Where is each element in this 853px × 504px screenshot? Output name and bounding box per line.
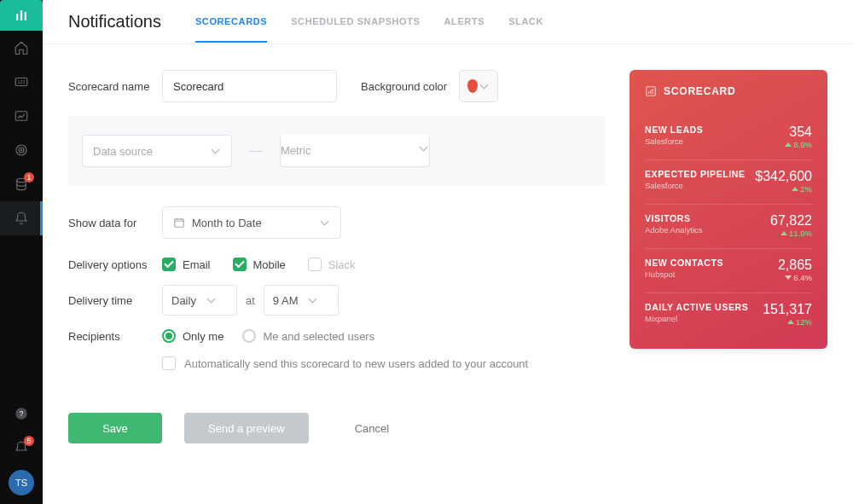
nav-goals[interactable] bbox=[0, 133, 43, 167]
chevron-down-icon bbox=[208, 296, 217, 304]
chevron-down-icon bbox=[322, 218, 330, 227]
metric-delta: 2% bbox=[792, 184, 812, 194]
delivery-frequency-select[interactable]: Daily bbox=[162, 285, 237, 316]
metric-name: NEW CONTACTS bbox=[645, 258, 723, 268]
svg-rect-14 bbox=[648, 91, 649, 94]
chevron-down-icon bbox=[481, 82, 490, 90]
delivery-options-label: Delivery options bbox=[68, 258, 162, 271]
svg-text:?: ? bbox=[20, 410, 24, 418]
data-source-select[interactable]: Data source bbox=[82, 135, 232, 167]
scorecard-name-label: Scorecard name bbox=[68, 80, 162, 93]
scorecard-name-input[interactable] bbox=[162, 70, 337, 102]
metric-name: EXPECTED PIPELINE bbox=[645, 169, 746, 179]
data-source-placeholder: Data source bbox=[93, 145, 153, 158]
recipients-label: Recipients bbox=[68, 330, 162, 343]
delta-up-icon bbox=[785, 142, 792, 147]
delta-up-icon bbox=[787, 320, 794, 324]
cancel-button[interactable]: Cancel bbox=[331, 413, 413, 443]
save-button[interactable]: Save bbox=[68, 413, 162, 443]
tabs: SCORECARDS SCHEDULED SNAPSHOTS ALERTS SL… bbox=[195, 1, 543, 43]
background-color-picker[interactable] bbox=[459, 70, 498, 102]
tab-slack[interactable]: SLACK bbox=[508, 1, 543, 43]
svg-rect-15 bbox=[650, 90, 651, 94]
metric-name: VISITORS bbox=[645, 213, 703, 223]
metric-select[interactable]: Metric bbox=[280, 135, 430, 167]
svg-rect-2 bbox=[25, 12, 26, 20]
metric-name: DAILY ACTIVE USERS bbox=[645, 302, 748, 312]
sidebar: 123 1 ? 5 TS bbox=[0, 0, 43, 504]
metric-source: Adobe Analytics bbox=[645, 225, 703, 235]
calendar-icon bbox=[173, 217, 185, 229]
nav-notifications[interactable] bbox=[0, 201, 43, 235]
metric-delta: 12% bbox=[787, 317, 812, 327]
scorecard-icon bbox=[645, 85, 657, 97]
nav-metrics[interactable]: 123 bbox=[0, 65, 43, 99]
show-data-for-value: Month to Date bbox=[192, 217, 262, 229]
delivery-time-at: at bbox=[246, 294, 255, 307]
metric-delta: 6.4% bbox=[785, 273, 812, 282]
svg-text:123: 123 bbox=[18, 79, 26, 84]
metric-name: NEW LEADS bbox=[645, 125, 703, 135]
svg-rect-16 bbox=[653, 89, 653, 94]
nav-data[interactable]: 1 bbox=[0, 167, 43, 201]
recipients-only-me-radio[interactable]: Only me bbox=[162, 329, 223, 343]
background-color-label: Background color bbox=[361, 80, 447, 93]
recipients-selected-users-radio[interactable]: Me and selected users bbox=[242, 329, 374, 343]
metric-value: $342,600 bbox=[755, 169, 812, 184]
app-logo[interactable] bbox=[0, 0, 43, 31]
auto-send-label: Automatically send this scorecard to new… bbox=[184, 357, 528, 370]
auto-send-checkbox[interactable] bbox=[162, 356, 176, 370]
svg-rect-5 bbox=[15, 112, 27, 121]
delta-up-icon bbox=[792, 187, 798, 191]
nav-data-badge: 1 bbox=[24, 172, 34, 182]
card-title: SCORECARD bbox=[664, 85, 736, 97]
chevron-down-icon bbox=[310, 296, 318, 304]
metric-row: DAILY ACTIVE USERS Mixpanel 151,317 12% bbox=[645, 293, 812, 337]
svg-rect-12 bbox=[175, 219, 184, 227]
chevron-down-icon bbox=[212, 147, 221, 155]
header: Notifications SCORECARDS SCHEDULED SNAPS… bbox=[43, 0, 853, 44]
delta-down-icon bbox=[785, 275, 792, 280]
nav-dashboards[interactable] bbox=[0, 99, 43, 133]
nav-alerts-badge: 5 bbox=[24, 436, 34, 446]
show-data-for-select[interactable]: Month to Date bbox=[162, 206, 341, 239]
metric-value: 151,317 bbox=[763, 302, 812, 317]
checkbox-icon bbox=[233, 258, 247, 271]
delivery-time-label: Delivery time bbox=[68, 294, 162, 307]
tab-scorecards[interactable]: SCORECARDS bbox=[195, 1, 267, 43]
nav-help[interactable]: ? bbox=[0, 397, 43, 431]
page-title: Notifications bbox=[68, 12, 161, 32]
delivery-mobile-checkbox[interactable]: Mobile bbox=[233, 258, 286, 271]
metric-delta: 8.9% bbox=[785, 140, 812, 149]
metric-row: EXPECTED PIPELINE Salesforce $342,600 2% bbox=[645, 159, 812, 204]
svg-point-8 bbox=[20, 149, 22, 151]
chevron-down-icon bbox=[421, 144, 429, 153]
drop-icon bbox=[467, 79, 478, 93]
svg-rect-1 bbox=[20, 10, 22, 20]
checkbox-icon bbox=[308, 258, 322, 271]
delivery-hour-select[interactable]: 9 AM bbox=[264, 285, 339, 316]
delivery-email-checkbox[interactable]: Email bbox=[162, 258, 211, 271]
metric-row: VISITORS Adobe Analytics 67,822 11.9% bbox=[645, 204, 812, 248]
user-avatar[interactable]: TS bbox=[9, 470, 34, 495]
connector-line bbox=[249, 151, 263, 152]
metric-source: Salesforce bbox=[645, 136, 703, 146]
metric-value: 67,822 bbox=[770, 213, 812, 229]
metric-row: NEW LEADS Salesforce 354 8.9% bbox=[645, 116, 812, 159]
send-preview-button[interactable]: Send a preview bbox=[184, 413, 309, 443]
data-source-panel: Data source Metric bbox=[68, 116, 606, 186]
metric-value: 2,865 bbox=[778, 258, 812, 273]
delivery-slack-checkbox[interactable]: Slack bbox=[308, 258, 356, 271]
delta-up-icon bbox=[780, 231, 787, 235]
tab-scheduled-snapshots[interactable]: SCHEDULED SNAPSHOTS bbox=[291, 1, 420, 43]
metric-source: Salesforce bbox=[645, 181, 746, 190]
svg-rect-0 bbox=[16, 14, 18, 21]
metric-placeholder: Metric bbox=[281, 144, 310, 157]
nav-alerts[interactable]: 5 bbox=[0, 431, 43, 465]
show-data-for-label: Show data for bbox=[68, 217, 162, 229]
metric-source: Hubspot bbox=[645, 269, 723, 279]
checkbox-icon bbox=[162, 258, 176, 271]
tab-alerts[interactable]: ALERTS bbox=[444, 1, 485, 43]
radio-icon bbox=[162, 329, 176, 343]
nav-home[interactable] bbox=[0, 31, 43, 65]
